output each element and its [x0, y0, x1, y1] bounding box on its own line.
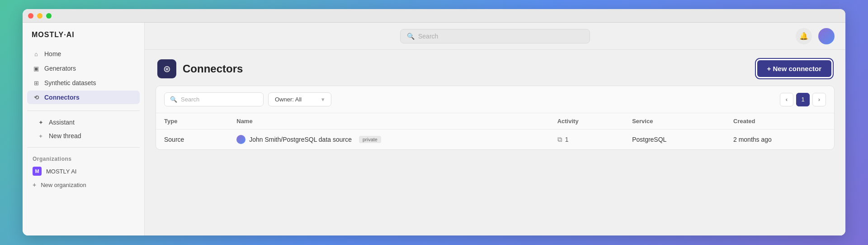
- assistant-icon: ✦: [37, 119, 44, 126]
- connectors-icon: ⟲: [33, 94, 40, 101]
- pagination-page-1-button[interactable]: 1: [796, 93, 810, 106]
- connector-name-text: John Smith/PostgreSQL data source: [249, 136, 352, 143]
- search-icon: 🔍: [407, 33, 415, 40]
- logo: MOSTLY·AI: [23, 23, 144, 45]
- col-service: Service: [624, 113, 725, 130]
- page-title: Connectors: [183, 62, 243, 75]
- col-activity: Activity: [549, 113, 624, 130]
- sidebar-label-connectors: Connectors: [44, 94, 80, 101]
- sidebar-item-home[interactable]: ⌂ Home: [27, 47, 140, 61]
- page-1-label: 1: [801, 96, 804, 103]
- col-name: Name: [228, 113, 549, 130]
- connector-name-area: John Smith/PostgreSQL data source privat…: [236, 135, 541, 144]
- sidebar-label-generators: Generators: [44, 65, 76, 72]
- synthetic-datasets-icon: ⊞: [33, 79, 40, 86]
- page-title-area: ⊛ Connectors: [157, 59, 243, 78]
- user-avatar[interactable]: [818, 28, 835, 44]
- sidebar-label-assistant: Assistant: [49, 119, 75, 126]
- new-thread-icon: +: [37, 132, 44, 139]
- sidebar-item-assistant[interactable]: ✦ Assistant: [27, 115, 140, 129]
- bell-icon: 🔔: [799, 32, 808, 40]
- next-icon: ›: [818, 96, 820, 103]
- sidebar-item-new-org[interactable]: + New organization: [23, 178, 144, 191]
- filter-search-icon: 🔍: [170, 96, 177, 103]
- page-topbar: ⊛ Connectors + New connector: [145, 50, 845, 86]
- cell-created: 2 months ago: [725, 130, 834, 150]
- new-org-icon: +: [33, 181, 36, 188]
- cell-type: Source: [156, 130, 228, 150]
- owner-dropdown[interactable]: Owner: All ▾: [268, 92, 331, 106]
- table-row[interactable]: Source John Smith/PostgreSQL data source…: [156, 130, 834, 150]
- home-icon: ⌂: [33, 50, 40, 58]
- sidebar-label-new-thread: New thread: [49, 132, 81, 139]
- app-header: 🔍 🔔: [145, 23, 845, 50]
- app-body: MOSTLY·AI ⌂ Home ▣ Generators ⊞ Syntheti…: [23, 23, 845, 235]
- sidebar-divider-1: [27, 110, 140, 111]
- search-input[interactable]: [418, 33, 583, 40]
- sidebar-nav: ⌂ Home ▣ Generators ⊞ Synthetic datasets…: [23, 45, 144, 106]
- sidebar-org-mostly-ai[interactable]: M MOSTLY AI: [23, 164, 144, 178]
- pagination-prev-button[interactable]: ‹: [780, 93, 793, 106]
- titlebar: [23, 9, 845, 23]
- prev-icon: ‹: [786, 96, 788, 103]
- organizations-section-label: Organizations: [23, 152, 144, 164]
- close-dot[interactable]: [28, 13, 33, 19]
- connectors-page-icon: ⊛: [157, 59, 176, 78]
- sidebar-label-synthetic-datasets: Synthetic datasets: [44, 79, 96, 86]
- main-content: 🔍 Owner: All ▾ ‹: [145, 86, 845, 235]
- cell-name: John Smith/PostgreSQL data source privat…: [228, 130, 549, 150]
- sidebar-label-home: Home: [44, 50, 61, 58]
- main-area: 🔍 🔔 ⊛ Conn: [145, 23, 845, 235]
- cell-activity: ⧉ 1: [549, 130, 624, 150]
- col-created: Created: [725, 113, 834, 130]
- sidebar-divider-2: [27, 147, 140, 148]
- sidebar-item-connectors[interactable]: ⟲ Connectors: [27, 91, 140, 104]
- connectors-table: Type Name Activity Service Created Sourc…: [156, 113, 834, 149]
- filters-left: 🔍 Owner: All ▾: [164, 92, 331, 106]
- sidebar-item-new-thread[interactable]: + New thread: [27, 129, 140, 143]
- org-name: MOSTLY AI: [46, 168, 76, 175]
- content-card: 🔍 Owner: All ▾ ‹: [156, 86, 835, 150]
- pagination-next-button[interactable]: ›: [812, 93, 826, 106]
- pagination-row: ‹ 1 ›: [780, 93, 826, 106]
- chevron-down-icon: ▾: [321, 96, 325, 103]
- new-connector-button[interactable]: + New connector: [756, 59, 833, 78]
- header-search-box[interactable]: 🔍: [400, 29, 590, 43]
- connector-avatar: [236, 135, 245, 144]
- activity-count: 1: [565, 136, 569, 143]
- filter-search-input[interactable]: [181, 96, 258, 103]
- generators-icon: ▣: [33, 65, 40, 72]
- minimize-dot[interactable]: [37, 13, 42, 19]
- filters-row: 🔍 Owner: All ▾ ‹: [156, 86, 834, 113]
- filter-search-box[interactable]: 🔍: [164, 92, 264, 106]
- sidebar-item-generators[interactable]: ▣ Generators: [27, 62, 140, 75]
- cell-service: PostgreSQL: [624, 130, 725, 150]
- activity-icon: ⧉: [557, 135, 562, 144]
- app-window: MOSTLY·AI ⌂ Home ▣ Generators ⊞ Syntheti…: [23, 9, 845, 235]
- table-header-row: Type Name Activity Service Created: [156, 113, 834, 130]
- new-connector-label: + New connector: [767, 65, 821, 72]
- sidebar: MOSTLY·AI ⌂ Home ▣ Generators ⊞ Syntheti…: [23, 23, 145, 235]
- notification-bell[interactable]: 🔔: [796, 28, 812, 44]
- private-badge: private: [359, 136, 381, 143]
- sidebar-item-synthetic-datasets[interactable]: ⊞ Synthetic datasets: [27, 76, 140, 90]
- activity-cell: ⧉ 1: [557, 135, 616, 144]
- maximize-dot[interactable]: [46, 13, 52, 19]
- header-right: 🔔: [796, 28, 835, 44]
- new-org-label: New organization: [41, 182, 86, 188]
- owner-dropdown-label: Owner: All: [275, 96, 302, 103]
- page-icon-symbol: ⊛: [163, 63, 171, 74]
- col-type: Type: [156, 113, 228, 130]
- org-badge: M: [33, 167, 42, 176]
